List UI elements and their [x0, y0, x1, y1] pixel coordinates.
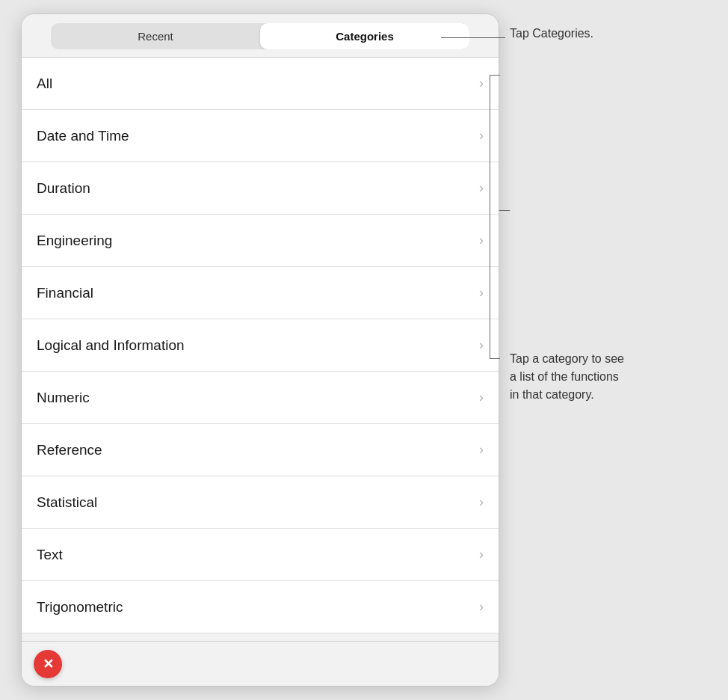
list-item-text[interactable]: Text›	[22, 529, 499, 581]
list-item-label-date-and-time: Date and Time	[37, 128, 129, 144]
chevron-icon-date-and-time: ›	[479, 128, 484, 144]
chevron-icon-trigonometric: ›	[479, 599, 484, 615]
list-item-label-engineering: Engineering	[37, 233, 112, 249]
list-item-label-all: All	[37, 76, 52, 92]
main-panel: Recent Categories All›Date and Time›Dura…	[21, 13, 499, 687]
list-item-duration[interactable]: Duration›	[22, 162, 499, 215]
list-item-label-statistical: Statistical	[37, 494, 97, 511]
bracket-bottom-line	[490, 358, 500, 359]
chevron-icon-numeric: ›	[479, 390, 484, 405]
list-item-logical-and-information[interactable]: Logical and Information›	[22, 319, 499, 372]
chevron-icon-statistical: ›	[479, 494, 484, 510]
list-item-all[interactable]: All›	[22, 58, 499, 110]
callout-categories-text: Tap Categories.	[510, 27, 593, 40]
callout-list-text: Tap a category to see a list of the func…	[510, 350, 624, 404]
categories-list[interactable]: All›Date and Time›Duration›Engineering›F…	[22, 58, 499, 641]
chevron-icon-financial: ›	[479, 285, 484, 301]
bracket-vertical-line	[490, 75, 490, 359]
list-item-numeric[interactable]: Numeric›	[22, 372, 499, 424]
list-item-label-financial: Financial	[37, 285, 93, 301]
chevron-icon-engineering: ›	[479, 233, 484, 248]
chevron-icon-reference: ›	[479, 442, 484, 458]
list-item-statistical[interactable]: Statistical›	[22, 476, 499, 529]
chevron-icon-all: ›	[479, 76, 484, 91]
list-item-reference[interactable]: Reference›	[22, 424, 499, 476]
list-item-label-text: Text	[37, 547, 63, 563]
list-item-engineering[interactable]: Engineering›	[22, 215, 499, 267]
list-item-date-and-time[interactable]: Date and Time›	[22, 110, 499, 162]
list-item-label-trigonometric: Trigonometric	[37, 599, 123, 615]
tab-recent[interactable]: Recent	[51, 23, 260, 49]
chevron-icon-text: ›	[479, 547, 484, 562]
list-item-trigonometric[interactable]: Trigonometric›	[22, 581, 499, 633]
bracket-top-line	[490, 75, 500, 76]
chevron-icon-logical-and-information: ›	[479, 337, 484, 353]
list-item-label-duration: Duration	[37, 180, 90, 197]
close-button[interactable]: ✕	[34, 650, 62, 678]
callout-line-categories	[441, 37, 505, 38]
list-item-label-logical-and-information: Logical and Information	[37, 337, 185, 354]
bracket-arrow-line	[499, 210, 510, 211]
list-item-label-numeric: Numeric	[37, 390, 90, 406]
chevron-icon-duration: ›	[479, 180, 484, 196]
close-icon: ✕	[43, 656, 54, 672]
tab-segment: Recent Categories	[51, 23, 469, 49]
bottom-bar: ✕	[22, 641, 499, 686]
tab-bar: Recent Categories	[22, 14, 499, 57]
list-item-financial[interactable]: Financial›	[22, 267, 499, 319]
list-item-label-reference: Reference	[37, 442, 102, 458]
tab-categories[interactable]: Categories	[260, 23, 469, 49]
